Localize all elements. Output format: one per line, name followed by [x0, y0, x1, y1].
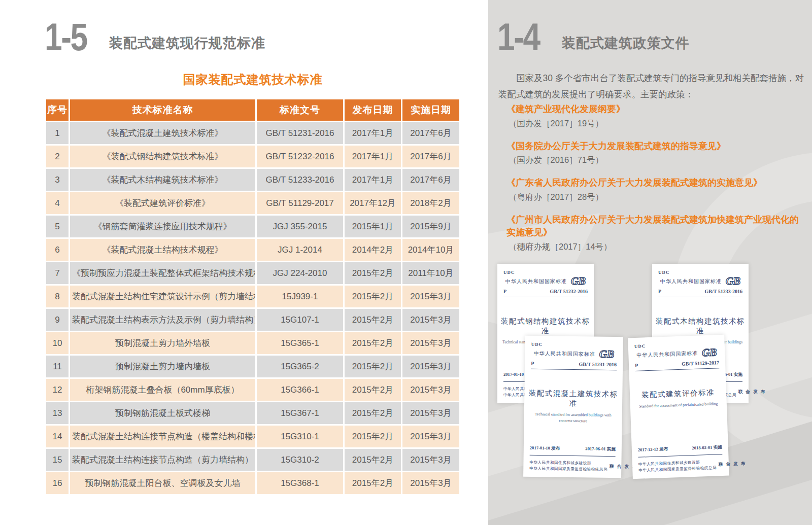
section-title: 装配式建筑现行规范标准 — [109, 34, 265, 52]
cover-title: 装配式建筑评价标准 — [630, 388, 727, 401]
table-cell: 装配式混凝土结构连接节点构造（楼盖结构和楼梯） — [70, 426, 255, 447]
table-cell: 《装配式混凝土结构技术规程》 — [70, 239, 255, 261]
table-row: 10预制混凝土剪力墙外墙板15G365-12015年2月2015年3月 — [46, 332, 459, 354]
table-cell: JGJ 224-2010 — [257, 262, 343, 284]
table-cell: 2017年6月 — [402, 146, 459, 167]
table-cell: 13 — [46, 402, 69, 424]
cover-standard-code: GB/T 51232-2016 — [550, 289, 588, 294]
table-cell: 10 — [46, 332, 69, 354]
table-cell: 15J939-1 — [257, 286, 343, 307]
policy-item: 《国务院办公厅关于大力发展装配式建筑的指导意见》（国办发［2016］71号） — [506, 140, 801, 166]
cover-subtitle-en: Technical standard for assembled buildin… — [524, 411, 622, 425]
table-cell: 2015年3月 — [402, 356, 459, 377]
cover-title: 装配式钢结构建筑技术标准 — [497, 317, 594, 336]
policy-doc-number: （穗府办规［2017］14号） — [506, 241, 801, 253]
table-cell: 预制钢筋混凝土板式楼梯 — [70, 402, 255, 424]
table-cell: 15G365-1 — [257, 332, 343, 354]
table-cell: 2017年6月 — [402, 122, 459, 144]
table-cell: 《钢筋套筒灌浆连接应用技术规程》 — [70, 216, 255, 237]
table-cell: 2015年3月 — [402, 332, 459, 354]
cover-national-standard-label: 中华人民共和国国家标准 — [636, 349, 698, 359]
cover-p-label: P — [503, 289, 506, 294]
table-cell: 7 — [46, 262, 69, 284]
cover-issue-date: 2017-12-12 发布 — [638, 446, 668, 453]
table-cell: 桁架钢筋混凝土叠合板（60mm厚底板） — [70, 379, 255, 401]
table-cell: 2015年2月 — [345, 449, 401, 471]
table-cell: 9 — [46, 309, 69, 331]
table-cell: 装配式混凝土结构住宅建筑设计示例（剪力墙结构） — [70, 286, 255, 307]
table-cell: 15G310-2 — [257, 449, 343, 471]
table-cell: 1 — [46, 122, 69, 144]
right-page: 1-4 装配式建筑政策文件 国家及30 多个省市出台了装配式建筑专门的指导意见和… — [488, 0, 812, 525]
left-page: 1-5 装配式建筑现行规范标准 国家装配式建筑技术标准 序号 技术标准名称 标准… — [0, 0, 472, 525]
cover-joint-release-label: 联 合 发 布 — [738, 389, 766, 395]
table-cell: 2017年12月 — [345, 192, 401, 214]
gb-standard-logo: GB — [599, 349, 614, 360]
table-cell: 8 — [46, 286, 69, 307]
table-cell: 11 — [46, 356, 69, 377]
table-cell: 《预制预应力混凝土装配整体式框架结构技术规程》 — [70, 262, 255, 284]
table-cell: 装配式混凝土结构表示方法及示例（剪力墙结构） — [70, 309, 255, 331]
policy-item: 《广东省人民政府办公厅关于大力发展装配式建筑的实施意见》（粤府办［2017］28… — [506, 177, 801, 203]
table-cell: 2017年1月 — [345, 169, 401, 191]
table-cell: 《装配式混凝土建筑技术标准》 — [70, 122, 255, 144]
table-cell: 15G368-1 — [257, 472, 343, 494]
table-row: 6《装配式混凝土结构技术规程》JGJ 1-20142014年2月2014年10月 — [46, 239, 459, 261]
cover-joint-release-label: 联 合 发 布 — [719, 461, 747, 468]
table-cell: 2015年2月 — [345, 262, 401, 284]
cover-p-label: P — [635, 363, 638, 368]
table-cell: 2011年10月 — [402, 262, 459, 284]
table-cell: 16 — [46, 472, 69, 494]
policy-doc-number: （国办发［2017］19号） — [506, 118, 801, 129]
col-header-code: 标准文号 — [257, 99, 343, 121]
section-title: 装配式建筑政策文件 — [562, 34, 690, 52]
table-cell: 12 — [46, 379, 69, 401]
table-cell: 2015年2月 — [345, 379, 401, 401]
table-row: 14装配式混凝土结构连接节点构造（楼盖结构和楼梯）15G310-12015年2月… — [46, 426, 459, 447]
cover-udc-label: UDC — [525, 336, 623, 348]
table-cell: 2 — [46, 146, 69, 167]
table-title: 国家装配式建筑技术标准 — [45, 72, 461, 88]
policy-item: 《建筑产业现代化发展纲要》（国办发［2017］19号） — [506, 103, 801, 129]
cover-udc-label: UDC — [497, 264, 594, 275]
cover-subtitle-en: Standard for assessment of prefabricated… — [630, 401, 727, 410]
table-cell: 2015年3月 — [402, 449, 459, 471]
table-cell: 预制混凝土剪力墙内墙板 — [70, 356, 255, 377]
cover-standard-code: GB/T 51129-2017 — [682, 360, 719, 367]
table-cell: 15G367-1 — [257, 402, 343, 424]
table-cell: 15G366-1 — [257, 379, 343, 401]
policy-title: 《广东省人民政府办公厅关于大力发展装配式建筑的实施意见》 — [506, 177, 801, 190]
table-cell: 2015年3月 — [402, 379, 459, 401]
table-cell: 2015年2月 — [345, 426, 401, 447]
table-cell: 2015年1月 — [345, 216, 401, 237]
table-row: 5《钢筋套筒灌浆连接应用技术规程》JGJ 355-20152015年1月2015… — [46, 216, 459, 237]
table-cell: 2015年2月 — [345, 332, 401, 354]
table-cell: 《装配式木结构建筑技术标准》 — [70, 169, 255, 191]
table-cell: GB/T 51232-2016 — [257, 146, 343, 167]
gb-standard-logo: GB — [726, 276, 740, 287]
col-header-issue-date: 发布日期 — [345, 99, 401, 121]
table-cell: 2017年1月 — [345, 146, 401, 167]
table-cell: 15 — [46, 449, 69, 471]
cover-udc-label: UDC — [652, 264, 749, 275]
table-row: 15装配式混凝土结构连接节点构造（剪力墙结构）15G310-22015年2月20… — [46, 449, 459, 471]
policy-list: 《建筑产业现代化发展纲要》（国办发［2017］19号）《国务院办公厅关于大力发展… — [506, 103, 801, 263]
table-cell: GB/T 51231-2016 — [257, 122, 343, 144]
cover-effective-date: 2017-06-01 实施 — [585, 446, 616, 452]
table-cell: 14 — [46, 426, 69, 447]
table-row: 4《装配式建筑评价标准》GB/T 51129-20172017年12月2018年… — [46, 192, 459, 214]
section-number: 1-4 — [497, 20, 539, 54]
section-header-1-4: 1-4 装配式建筑政策文件 — [497, 20, 690, 54]
table-row: 7《预制预应力混凝土装配整体式框架结构技术规程》JGJ 224-20102015… — [46, 262, 459, 284]
table-header-row: 序号 技术标准名称 标准文号 发布日期 实施日期 — [46, 99, 459, 121]
table-cell: 2014年10月 — [402, 239, 459, 261]
table-cell: 2015年2月 — [345, 309, 401, 331]
table-cell: 3 — [46, 169, 69, 191]
policy-title: 《建筑产业现代化发展纲要》 — [506, 103, 801, 116]
cover-agency-2: 中华人民共和国国家质量监督检验检疫总局 — [529, 466, 607, 473]
cover-p-label: P — [658, 289, 661, 294]
table-cell: 预制钢筋混凝土阳台板、空调板及女儿墙 — [70, 472, 255, 494]
cover-effective-date: 2018-02-01 实施 — [692, 444, 722, 451]
book-spread: 1-5 装配式建筑现行规范标准 国家装配式建筑技术标准 序号 技术标准名称 标准… — [0, 0, 812, 525]
cover-national-standard-label: 中华人民共和国国家标准 — [660, 278, 722, 285]
